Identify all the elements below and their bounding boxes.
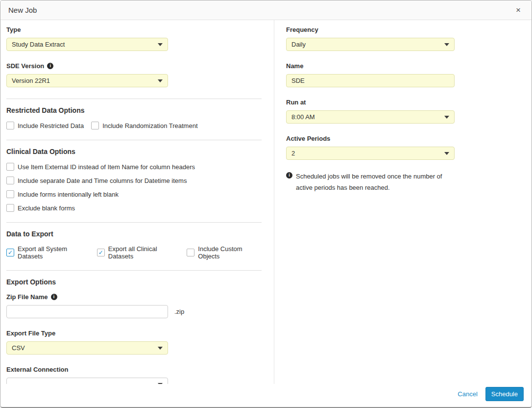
checkbox-label: Include Custom Objects — [198, 245, 262, 260]
chevron-down-icon — [444, 43, 449, 46]
sde-version-label: SDE Version i — [6, 62, 262, 70]
type-dropdown-value: Study Data Extract — [12, 41, 65, 48]
checkbox-icon[interactable]: ✓ — [6, 163, 14, 171]
checkbox-include-custom-objects[interactable]: ✓ Include Custom Objects — [187, 245, 262, 260]
export-file-type-dropdown[interactable]: CSV — [6, 341, 168, 355]
checkbox-include-restricted-data[interactable]: ✓ Include Restricted Data — [6, 122, 84, 129]
checkbox-label: Export all System Datasets — [18, 245, 90, 260]
name-field: Name SDE — [286, 62, 532, 87]
new-job-modal: New Job × Type Study Data Extract SDE Ve… — [0, 0, 532, 408]
modal-footer: Cancel Schedule — [0, 384, 532, 407]
checkbox-label: Include separate Date and Time columns f… — [18, 177, 187, 184]
chevron-down-icon — [444, 152, 449, 155]
restricted-checkbox-row: ✓ Include Restricted Data ✓ Include Rand… — [6, 122, 262, 129]
data-to-export-heading: Data to Export — [6, 230, 262, 238]
note-text: Scheduled jobs will be removed once the … — [296, 171, 458, 194]
checkbox-include-forms-left-blank[interactable]: ✓ Include forms intentionally left blank — [6, 190, 262, 198]
chevron-down-icon — [444, 116, 449, 119]
zip-file-name-input[interactable] — [6, 305, 168, 318]
frequency-field: Frequency Daily — [286, 26, 532, 51]
run-at-dropdown[interactable]: 8:00 AM — [286, 110, 455, 124]
sde-version-field: SDE Version i Version 22R1 — [6, 62, 262, 87]
checkbox-icon[interactable]: ✓ — [6, 190, 14, 198]
zip-suffix-label: .zip — [174, 308, 184, 315]
checkbox-label: Include Restricted Data — [18, 122, 84, 129]
checkbox-label: Export all Clinical Datasets — [108, 245, 179, 260]
type-dropdown[interactable]: Study Data Extract — [6, 38, 168, 51]
export-file-type-label: Export File Type — [6, 330, 262, 337]
zip-file-name-label-text: Zip File Name — [6, 293, 48, 301]
frequency-value: Daily — [291, 41, 306, 48]
section-divider — [6, 140, 262, 140]
modal-header: New Job × — [0, 0, 532, 20]
external-connection-field: External Connection — [6, 366, 262, 384]
active-periods-dropdown[interactable]: 2 — [286, 147, 455, 160]
cancel-button[interactable]: Cancel — [458, 390, 477, 398]
zip-file-name-field: Zip File Name i .zip — [6, 293, 262, 318]
checkbox-icon[interactable]: ✓ — [91, 122, 99, 129]
section-divider — [6, 222, 262, 223]
restricted-data-options-section: Restricted Data Options ✓ Include Restri… — [6, 106, 262, 129]
checkbox-icon[interactable]: ✓ — [6, 177, 14, 184]
schedule-button[interactable]: Schedule — [485, 387, 524, 401]
zip-file-name-label: Zip File Name i — [6, 293, 262, 301]
name-input[interactable]: SDE — [286, 74, 455, 87]
modal-body: Type Study Data Extract SDE Version i Ve… — [0, 20, 532, 384]
clinical-data-options-section: Clinical Data Options ✓ Use Item Externa… — [6, 148, 262, 212]
frequency-dropdown[interactable]: Daily — [286, 38, 455, 51]
left-column: Type Study Data Extract SDE Version i Ve… — [0, 20, 274, 384]
checkbox-label: Include Randomization Treatment — [102, 122, 197, 129]
name-label: Name — [286, 62, 532, 70]
checkbox-icon[interactable]: ✓ — [97, 249, 105, 256]
data-to-export-checkbox-row: ✓ Export all System Datasets ✓ Export al… — [6, 245, 262, 260]
frequency-label: Frequency — [286, 26, 532, 33]
active-periods-label: Active Periods — [286, 135, 532, 142]
chevron-down-icon — [158, 347, 163, 350]
clinical-data-options-heading: Clinical Data Options — [6, 148, 262, 155]
checkbox-exclude-blank-forms[interactable]: ✓ Exclude blank forms — [6, 204, 262, 212]
checkbox-icon[interactable]: ✓ — [6, 249, 14, 256]
active-periods-value: 2 — [291, 150, 295, 157]
export-file-type-value: CSV — [12, 344, 25, 352]
run-at-value: 8:00 AM — [291, 113, 315, 121]
chevron-down-icon — [158, 43, 163, 46]
type-label: Type — [6, 26, 262, 33]
run-at-field: Run at 8:00 AM — [286, 99, 532, 124]
checkbox-export-all-system-datasets[interactable]: ✓ Export all System Datasets — [6, 245, 90, 260]
active-periods-field: Active Periods 2 — [286, 135, 532, 160]
name-value: SDE — [291, 77, 305, 84]
external-connection-label: External Connection — [6, 366, 262, 373]
sde-version-dropdown-value: Version 22R1 — [12, 77, 50, 84]
section-divider — [6, 270, 262, 271]
checkbox-icon[interactable]: ✓ — [6, 122, 14, 129]
external-connection-dropdown[interactable] — [6, 378, 168, 384]
checkbox-label: Use Item External ID instead of Item Nam… — [18, 163, 195, 171]
checkbox-label: Exclude blank forms — [18, 204, 75, 212]
checkbox-export-all-clinical-datasets[interactable]: ✓ Export all Clinical Datasets — [97, 245, 179, 260]
zip-row: .zip — [6, 305, 262, 318]
restricted-data-options-heading: Restricted Data Options — [6, 106, 262, 114]
checkbox-icon[interactable]: ✓ — [187, 249, 194, 256]
right-column: Frequency Daily Name SDE Run at 8:00 AM — [274, 20, 532, 384]
modal-title: New Job — [8, 6, 37, 14]
export-file-type-field: Export File Type CSV — [6, 330, 262, 355]
checkbox-icon[interactable]: ✓ — [6, 204, 14, 212]
section-divider — [6, 99, 262, 99]
type-field: Type Study Data Extract — [6, 26, 262, 51]
chevron-down-icon — [158, 79, 163, 82]
checkbox-label: Include forms intentionally left blank — [18, 191, 119, 198]
info-icon: i — [47, 63, 53, 69]
sde-version-dropdown[interactable]: Version 22R1 — [6, 74, 168, 87]
active-periods-note: i Scheduled jobs will be removed once th… — [286, 171, 460, 194]
run-at-label: Run at — [286, 99, 532, 106]
sde-version-label-text: SDE Version — [6, 62, 44, 70]
checkbox-separate-date-time-columns[interactable]: ✓ Include separate Date and Time columns… — [6, 177, 262, 184]
export-options-section: Export Options Zip File Name i .zip Expo — [6, 278, 262, 384]
data-to-export-section: Data to Export ✓ Export all System Datas… — [6, 230, 262, 260]
checkbox-use-item-external-id[interactable]: ✓ Use Item External ID instead of Item N… — [6, 163, 262, 171]
info-icon: i — [51, 294, 57, 300]
export-options-heading: Export Options — [6, 278, 262, 286]
checkbox-include-randomization-treatment[interactable]: ✓ Include Randomization Treatment — [91, 122, 197, 129]
close-icon[interactable]: × — [513, 4, 524, 16]
info-icon: i — [286, 172, 292, 178]
